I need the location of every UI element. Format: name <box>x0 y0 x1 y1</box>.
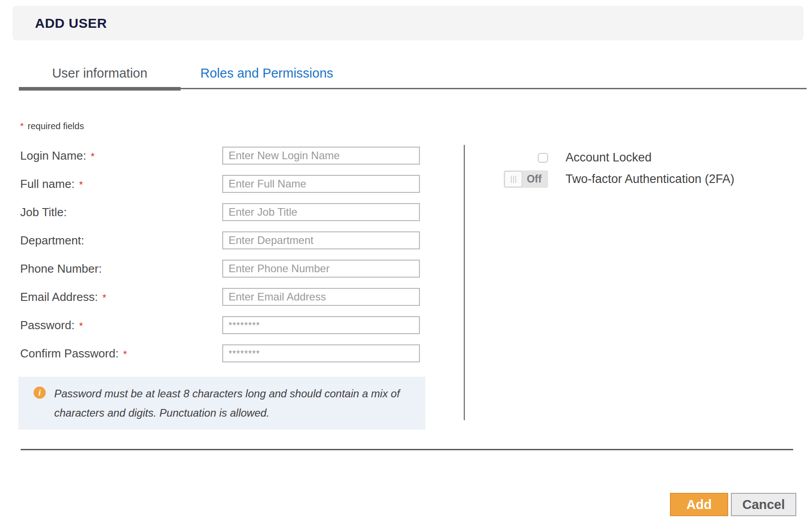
tab-bar: User information Roles and Permissions <box>19 59 807 89</box>
full-name-input[interactable] <box>222 175 420 193</box>
tab-roles-and-permissions[interactable]: Roles and Permissions <box>199 59 335 88</box>
required-fields-text: required fields <box>28 121 84 131</box>
full-name-label: Full name: * <box>20 177 222 191</box>
required-asterisk: * <box>76 320 83 331</box>
account-locked-checkbox[interactable] <box>538 153 548 163</box>
department-label: Department: <box>20 234 222 248</box>
form-row: Password: * <box>20 316 420 334</box>
required-asterisk: * <box>76 179 83 190</box>
form-row: Login Name: * <box>20 147 420 165</box>
page-title: ADD USER <box>35 16 107 31</box>
required-asterisk: * <box>121 348 127 360</box>
form-row: Department: <box>20 231 420 249</box>
required-asterisk: * <box>99 292 106 303</box>
form-row: Email Address: * <box>20 288 420 306</box>
tab-user-information-label: User information <box>52 66 147 81</box>
user-form: Login Name: * Full name: * Job Title: De… <box>20 147 420 373</box>
confirm-password-input[interactable] <box>222 344 420 362</box>
required-fields-note: *required fields <box>20 121 84 131</box>
cancel-button[interactable]: Cancel <box>731 493 796 516</box>
two-factor-toggle[interactable]: Off <box>504 170 548 188</box>
two-factor-row: Off Two-factor Authentication (2FA) <box>504 170 734 188</box>
form-row: Job Title: <box>20 203 420 221</box>
toggle-state-label: Off <box>522 173 547 185</box>
footer-divider <box>21 449 793 450</box>
phone-number-input[interactable] <box>222 260 420 278</box>
dialog-header: ADD USER <box>13 6 803 40</box>
phone-number-label: Phone Number: <box>20 262 222 276</box>
login-name-input[interactable] <box>222 147 420 165</box>
required-asterisk: * <box>88 151 95 162</box>
two-factor-label: Two-factor Authentication (2FA) <box>566 172 734 186</box>
account-locked-label: Account Locked <box>566 151 652 165</box>
vertical-divider <box>464 145 465 420</box>
email-address-input[interactable] <box>222 288 420 306</box>
form-row: Confirm Password: * <box>20 344 420 362</box>
info-icon: i <box>34 387 46 399</box>
toggle-handle-icon <box>505 172 522 187</box>
tab-roles-and-permissions-label: Roles and Permissions <box>200 66 333 81</box>
login-name-label: Login Name: * <box>20 149 222 163</box>
department-input[interactable] <box>222 231 420 249</box>
confirm-password-label: Confirm Password: * <box>20 347 222 361</box>
password-hint-text: Password must be at least 8 characters l… <box>54 384 408 422</box>
tab-user-information[interactable]: User information <box>19 59 181 88</box>
password-hint-box: i Password must be at least 8 characters… <box>18 377 425 430</box>
form-row: Full name: * <box>20 175 420 193</box>
required-asterisk: * <box>20 121 24 131</box>
email-address-label: Email Address: * <box>20 290 222 304</box>
password-label: Password: * <box>20 318 222 332</box>
active-tab-underline <box>19 87 181 91</box>
add-button[interactable]: Add <box>670 493 728 516</box>
password-input[interactable] <box>222 316 420 334</box>
account-locked-row: Account Locked <box>538 151 652 165</box>
job-title-input[interactable] <box>222 203 420 221</box>
job-title-label: Job Title: <box>20 205 222 219</box>
form-row: Phone Number: <box>20 260 420 278</box>
